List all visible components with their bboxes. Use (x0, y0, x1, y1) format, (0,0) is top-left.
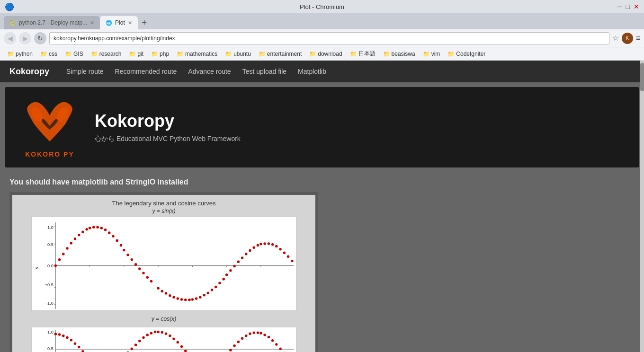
bookmark-ubuntu[interactable]: 📁 ubuntu (222, 49, 254, 59)
profile-icon[interactable]: K (622, 33, 633, 44)
nav-advance-route[interactable]: Advance route (188, 66, 231, 77)
bookmark-research-label: research (99, 51, 122, 57)
maximize-button[interactable]: □ (626, 3, 630, 10)
install-notice: You should have matplotlib and StringIO … (9, 178, 635, 186)
svg-point-32 (62, 253, 64, 255)
scrollbar[interactable] (640, 61, 644, 352)
bookmark-entertainment-label: entertainment (267, 51, 302, 57)
nav-matplotlib[interactable]: Matplotlib (298, 66, 326, 77)
svg-point-144 (237, 341, 240, 343)
bookmark-mathematics-label: mathematics (185, 51, 217, 57)
svg-point-126 (169, 334, 171, 337)
tab-python[interactable]: 🐍 python 2.7 - Deploy matp... ✕ (4, 16, 100, 29)
svg-point-63 (184, 299, 187, 301)
bookmark-japanese[interactable]: 📁 日本語 (347, 48, 379, 59)
svg-point-146 (245, 334, 247, 337)
bookmark-codeigniter[interactable]: 📁 CodeIgniter (444, 49, 489, 59)
svg-point-152 (268, 336, 270, 338)
bookmark-python[interactable]: 📁 python (4, 49, 36, 59)
bookmark-download-icon: 📁 (309, 51, 316, 57)
new-tab-button[interactable]: + (138, 16, 151, 29)
site-subtitle: 心から Educational MVC Python Web Framework (95, 135, 241, 143)
chart1-title: The legendary sine and cosine curves (112, 200, 216, 207)
menu-icon[interactable]: ≡ (636, 34, 640, 43)
svg-point-49 (126, 254, 129, 256)
bookmark-css[interactable]: 📁 css (37, 49, 61, 59)
site-logo-area: KOKORO PY (19, 97, 80, 158)
bookmarks-bar: 📁 python 📁 css 📁 GIS 📁 research 📁 git 📁 … (0, 47, 644, 61)
svg-point-87 (275, 245, 277, 247)
site-navigation: Kokoropy Simple route Recommended route … (0, 61, 644, 82)
svg-point-72 (218, 282, 221, 284)
svg-point-75 (229, 269, 232, 272)
tab-plot[interactable]: 🌐 Plot ✕ (100, 16, 138, 29)
plot-area: The legendary sine and cosine curves y =… (9, 192, 318, 352)
minimize-button[interactable]: ─ (617, 3, 622, 10)
scrollbar-thumb[interactable] (640, 63, 644, 91)
bookmark-git[interactable]: 📁 git (125, 49, 147, 59)
svg-point-76 (233, 265, 235, 267)
bookmark-entertainment[interactable]: 📁 entertainment (255, 49, 305, 59)
svg-point-103 (81, 350, 84, 352)
bookmark-codeigniter-icon: 📁 (447, 51, 455, 57)
bookmark-research-icon: 📁 (91, 51, 98, 57)
bookmark-japanese-label: 日本語 (358, 50, 376, 58)
bookmark-star-icon[interactable]: ☆ (612, 34, 619, 43)
bookmark-gis[interactable]: 📁 GIS (62, 49, 87, 59)
svg-point-55 (150, 280, 152, 282)
svg-point-39 (89, 227, 91, 229)
bookmark-vim-icon: 📁 (423, 51, 430, 57)
address-input[interactable] (49, 32, 609, 44)
tab-python-label: python 2.7 - Deploy matp... (19, 19, 87, 26)
tab-python-close[interactable]: ✕ (90, 20, 94, 26)
chromium-icon: 🔵 (5, 2, 14, 11)
bookmark-vim[interactable]: 📁 vim (420, 49, 444, 59)
svg-point-88 (279, 248, 281, 250)
window-title: Plot - Chromium (300, 3, 344, 10)
svg-text:0.5: 0.5 (47, 242, 54, 247)
svg-point-145 (241, 337, 243, 339)
svg-point-54 (146, 276, 148, 279)
svg-point-142 (229, 349, 232, 351)
bookmark-python-icon: 📁 (7, 51, 14, 57)
chart1-subtitle1: y = sin(x) (152, 208, 175, 214)
nav-test-upload[interactable]: Test upload file (242, 66, 286, 77)
bookmark-research[interactable]: 📁 research (88, 49, 125, 59)
close-button[interactable]: ✕ (634, 3, 639, 10)
svg-point-44 (108, 231, 110, 234)
bookmark-gis-icon: 📁 (65, 51, 72, 57)
svg-point-73 (222, 278, 224, 280)
svg-point-61 (177, 297, 179, 299)
svg-text:−0.5: −0.5 (45, 282, 54, 287)
bookmark-php[interactable]: 📁 php (148, 49, 172, 59)
browser-window: 🔵 Plot - Chromium ─ □ ✕ 🐍 python 2.7 - D… (0, 0, 644, 352)
svg-point-65 (191, 298, 194, 300)
bookmark-mathematics[interactable]: 📁 mathematics (173, 49, 221, 59)
svg-point-79 (245, 253, 247, 255)
svg-point-58 (165, 292, 167, 294)
svg-point-47 (120, 244, 122, 246)
nav-recommended-route[interactable]: Recommended route (115, 66, 177, 77)
svg-point-98 (62, 334, 64, 337)
svg-point-117 (134, 343, 137, 346)
forward-button[interactable]: ▶ (19, 32, 31, 44)
bookmark-download[interactable]: 📁 download (306, 49, 345, 59)
svg-point-97 (58, 333, 61, 335)
svg-text:1.0: 1.0 (47, 225, 54, 230)
bookmark-download-label: download (318, 51, 342, 57)
svg-text:1.0: 1.0 (47, 330, 54, 334)
tab-plot-close[interactable]: ✕ (128, 20, 132, 26)
bookmark-entertainment-icon: 📁 (259, 51, 266, 57)
svg-point-37 (81, 230, 84, 233)
kokoro-logo-svg (19, 97, 80, 149)
reload-button[interactable]: ↻ (34, 32, 46, 44)
svg-point-68 (203, 294, 205, 296)
bookmark-beasiswa[interactable]: 📁 beasiswa (380, 49, 419, 59)
svg-point-128 (177, 341, 179, 343)
svg-point-52 (138, 267, 141, 270)
page-wrapper: Kokoropy Simple route Recommended route … (0, 61, 644, 352)
site-brand[interactable]: Kokoropy (9, 67, 49, 77)
nav-simple-route[interactable]: Simple route (66, 66, 104, 77)
svg-point-64 (188, 299, 190, 301)
back-button[interactable]: ◀ (4, 32, 16, 44)
